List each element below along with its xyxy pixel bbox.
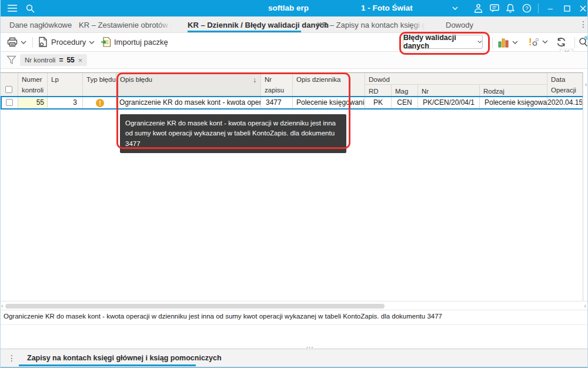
filter-field: Nr kontroli xyxy=(25,57,55,64)
cell-mag[interactable]: CEN xyxy=(392,97,418,108)
cell-lp[interactable]: 3 xyxy=(48,97,83,108)
cell-opis-dziennika[interactable]: Polecenie księgowania xyxy=(293,97,365,108)
row-checkbox[interactable] xyxy=(6,99,13,106)
active-tab-underline xyxy=(188,31,301,32)
search-filter-icon xyxy=(579,37,588,48)
header-rd[interactable]: RD xyxy=(365,85,392,97)
validation-gear-icon: ! xyxy=(526,36,539,48)
header-select-all-checkbox[interactable] xyxy=(5,86,12,93)
scrollbar-thumb[interactable] xyxy=(5,304,385,309)
collapse-panel-icon[interactable]: ‹ xyxy=(585,81,587,88)
hamburger-menu-icon[interactable] xyxy=(5,0,19,16)
document-tab-bar: Dane nagłówkowe KR – Zestawienie obrotów… xyxy=(1,16,587,33)
filter-chip[interactable]: Nr kontroli = 55 × xyxy=(20,54,87,66)
chevron-down-icon xyxy=(21,41,26,44)
row-selection-border-bottom xyxy=(1,108,583,110)
user-icon[interactable] xyxy=(472,0,485,16)
search-icon[interactable] xyxy=(23,0,37,16)
search-in-results-button[interactable] xyxy=(579,37,588,48)
view-selector-label: Błędy walidacji danych xyxy=(403,34,474,50)
row-selection-border-top xyxy=(1,96,583,97)
toolbar: Procedury Importuj paczkę Błędy walidacj… xyxy=(1,33,587,52)
app-title: softlab erp xyxy=(268,4,309,12)
refresh-icon xyxy=(556,37,567,48)
print-button[interactable] xyxy=(7,37,26,47)
view-selector-dropdown[interactable]: Błędy walidacji danych xyxy=(403,35,483,49)
cell-rodzaj[interactable]: Polecenie księgowania xyxy=(480,97,547,108)
bottom-panel-menu-icon[interactable]: ⋮ xyxy=(8,353,16,363)
tab-dziennik-bledy-walidacji[interactable]: KR – Dziennik / Błędy walidacji danych xyxy=(188,21,329,29)
chevron-down-icon[interactable] xyxy=(450,0,460,16)
maximize-button[interactable] xyxy=(561,0,573,16)
header-nr[interactable]: Nr xyxy=(418,85,480,97)
header-select-column xyxy=(1,73,18,97)
chart-button[interactable] xyxy=(498,37,518,48)
scroll-left-icon[interactable]: ‹ xyxy=(1,302,4,309)
header-rodzaj[interactable]: Rodzaj xyxy=(480,85,547,97)
filter-operator: = xyxy=(59,56,63,64)
toolbar-separator xyxy=(492,37,493,48)
row-selection-border-left xyxy=(1,96,2,110)
warning-icon[interactable]: ! xyxy=(96,99,104,107)
svg-text:!: ! xyxy=(529,37,532,48)
bottom-tab-bar: ⋮ Zapisy na kontach księgi głównej i ksi… xyxy=(1,349,587,367)
import-package-button[interactable]: Importuj paczkę xyxy=(101,37,168,48)
refresh-button[interactable] xyxy=(556,37,567,48)
status-bottom-divider xyxy=(1,324,587,325)
procedures-label: Procedury xyxy=(51,38,86,47)
cell-nr-zapisu[interactable]: 3477 xyxy=(261,97,293,108)
header-lp[interactable]: Lp xyxy=(48,73,83,97)
tab-dane-naglowkowe[interactable]: Dane nagłówkowe xyxy=(9,21,72,29)
toolbar-separator xyxy=(574,37,575,48)
minimize-button[interactable]: – xyxy=(544,0,556,16)
company-selector[interactable]: 1 - Foto Świat xyxy=(361,4,413,12)
cell-data-operacji[interactable]: 2020.04.15 xyxy=(547,97,583,108)
bottom-tab-underline xyxy=(19,364,196,366)
titlebar-separator xyxy=(538,4,539,13)
bell-icon[interactable] xyxy=(504,0,517,16)
printer-icon xyxy=(7,37,18,47)
chevron-down-icon xyxy=(477,40,482,44)
import-package-label: Importuj paczkę xyxy=(114,38,168,47)
bar-chart-icon xyxy=(498,37,509,48)
cell-nr[interactable]: PK/CEN/20/04/1 xyxy=(418,97,480,108)
filter-value: 55 xyxy=(66,56,74,64)
header-opis-bledu[interactable]: Opis błędu ↓ xyxy=(116,73,261,97)
title-bar: softlab erp 1 - Foto Świat ? – xyxy=(1,0,587,16)
import-icon xyxy=(101,37,111,48)
chevron-down-icon xyxy=(89,41,95,44)
chat-icon[interactable] xyxy=(488,0,501,16)
cell-rd[interactable]: PK xyxy=(365,97,392,108)
header-nr-zapisu[interactable]: Nr zapisu xyxy=(261,73,293,97)
validation-errors-button[interactable]: ! xyxy=(526,36,548,48)
app-window: softlab erp 1 - Foto Świat ? – Dane nagł… xyxy=(0,0,588,368)
bottom-tab-zapisy[interactable]: Zapisy na kontach księgi głównej i ksiąg… xyxy=(27,354,222,362)
filter-remove-icon[interactable]: × xyxy=(78,56,83,65)
scroll-right-icon[interactable]: › xyxy=(584,302,586,309)
toolbar-separator xyxy=(32,37,33,48)
header-mag[interactable]: Mag xyxy=(392,85,418,97)
close-button[interactable] xyxy=(577,0,588,16)
tab-overflow-menu-icon[interactable]: ⋮ xyxy=(579,19,587,29)
tab-dowody[interactable]: Dowody xyxy=(446,21,473,29)
chevron-down-icon xyxy=(542,40,548,44)
header-data-operacji[interactable]: Data Operacji xyxy=(547,73,583,97)
right-panel-rail: ‹ xyxy=(583,72,588,301)
header-opis-bledu-label: Opis błędu xyxy=(120,76,152,83)
procedures-button[interactable]: Procedury xyxy=(38,37,95,48)
header-numer-kontroli[interactable]: Numer kontroli xyxy=(18,73,48,97)
header-opis-dziennika[interactable]: Opis dziennika xyxy=(293,73,365,97)
chevron-down-icon xyxy=(512,41,518,44)
document-gear-icon xyxy=(38,37,48,48)
header-group-dowod: Dowód xyxy=(365,73,547,85)
error-tooltip: Ograniczenie KR do masek kont - kwota op… xyxy=(120,114,346,153)
horizontal-scrollbar[interactable]: ‹ › xyxy=(1,301,587,310)
cell-opis-bledu[interactable]: Ograniczenie KR do masek kont - kwota op… xyxy=(116,97,261,108)
filter-bar: Nr kontroli = 55 × xyxy=(1,52,587,69)
filter-funnel-icon[interactable] xyxy=(6,55,16,65)
help-icon[interactable]: ? xyxy=(520,0,533,16)
tab-fade xyxy=(158,18,175,32)
header-typ-bledu[interactable]: Typ błędu xyxy=(83,73,116,97)
cell-numer-kontroli[interactable]: 55 xyxy=(18,97,48,108)
sort-descending-icon[interactable]: ↓ xyxy=(253,75,256,86)
